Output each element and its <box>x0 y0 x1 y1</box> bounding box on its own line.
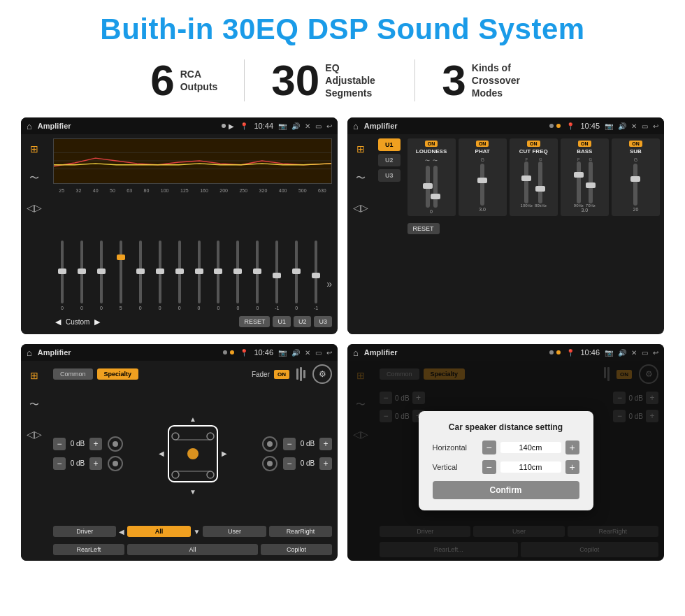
volume-icon: 🔊 <box>291 122 300 130</box>
sidebar-wave-icon[interactable]: 〜 <box>25 169 43 187</box>
cutfreq-slider1[interactable] <box>524 162 528 203</box>
sidebar-wave-icon-2[interactable]: 〜 <box>352 169 370 187</box>
db4-plus-button[interactable]: + <box>319 457 332 470</box>
all-button[interactable]: All <box>127 526 190 537</box>
u3-button[interactable]: U3 <box>378 169 401 182</box>
cutfreq-slider2[interactable] <box>538 162 542 203</box>
phat-on-badge: ON <box>476 141 489 147</box>
eq-prev-button[interactable]: ◀ <box>53 315 63 329</box>
db4-minus-button[interactable]: − <box>283 457 296 470</box>
loudness-thumb2[interactable] <box>431 194 440 199</box>
rear-left-button[interactable]: RearLeft <box>53 544 124 555</box>
u1-button[interactable]: U1 <box>378 138 401 151</box>
slider-8-track[interactable] <box>198 241 201 303</box>
sidebar-speaker-icon-3[interactable]: ◁▷ <box>25 425 43 443</box>
sub-thumb[interactable] <box>630 176 640 182</box>
status-dot-5 <box>230 350 234 354</box>
slider-9-value: 0 <box>217 306 220 310</box>
db2-minus-button[interactable]: − <box>53 457 66 470</box>
rear-right-button[interactable]: RearRight <box>269 526 332 537</box>
db3-plus-button[interactable]: + <box>319 438 332 450</box>
slider-1-track[interactable] <box>61 241 64 303</box>
slider-14-track[interactable] <box>315 241 317 303</box>
slider-6-thumb[interactable] <box>156 268 164 274</box>
slider-10-thumb[interactable] <box>233 268 242 274</box>
bass-slider1[interactable] <box>577 162 581 203</box>
slider-6-track[interactable] <box>159 241 161 303</box>
slider-9-track[interactable] <box>217 241 219 303</box>
eq-u3-button[interactable]: U3 <box>314 316 332 327</box>
slider-11-thumb[interactable] <box>253 268 261 274</box>
copilot-button[interactable]: Copilot <box>261 544 332 555</box>
slider-13-track[interactable] <box>295 241 298 303</box>
sidebar-wave-icon-3[interactable]: 〜 <box>25 396 43 414</box>
eq-more-button[interactable]: » <box>326 278 332 310</box>
db2-plus-button[interactable]: + <box>89 457 102 470</box>
sub-slider[interactable] <box>633 164 637 206</box>
loudness-slider[interactable] <box>426 166 430 208</box>
slider-8-value: 0 <box>198 306 201 310</box>
slider-8-thumb[interactable] <box>195 268 203 274</box>
specialty-tab[interactable]: Specialty <box>97 368 139 380</box>
slider-10: 0 <box>229 241 247 310</box>
db1-minus-button[interactable]: − <box>53 438 66 450</box>
bass-thumb2[interactable] <box>586 182 596 188</box>
slider-4-thumb[interactable] <box>117 255 125 260</box>
dialog-vertical-row: Vertical − 110cm + <box>433 460 579 474</box>
loudness-slider2[interactable] <box>433 166 438 208</box>
slider-12-thumb[interactable] <box>273 273 281 278</box>
sidebar-eq-icon-3[interactable]: ⊞ <box>25 366 43 385</box>
horizontal-minus-button[interactable]: − <box>482 440 496 454</box>
eq-reset-button[interactable]: RESET <box>239 316 270 327</box>
slider-2-track[interactable] <box>80 241 83 303</box>
sidebar-speaker-icon[interactable]: ◁▷ <box>25 199 43 217</box>
slider-13-thumb[interactable] <box>292 268 301 274</box>
slider-14-thumb[interactable] <box>312 273 320 278</box>
user-button[interactable]: User <box>203 526 266 537</box>
fader-settings-icon[interactable]: ⚙ <box>312 364 332 384</box>
all-bottom-button[interactable]: All <box>127 544 259 555</box>
horizontal-value: 140cm <box>500 442 561 453</box>
vertical-plus-button[interactable]: + <box>565 460 579 474</box>
u2-button[interactable]: U2 <box>378 154 401 166</box>
bass-value: 3.0 <box>581 208 588 213</box>
cutfreq-thumb2[interactable] <box>535 186 545 192</box>
slider-12-track[interactable] <box>275 241 278 303</box>
vertical-minus-button[interactable]: − <box>482 460 496 474</box>
sidebar-speaker-icon-2[interactable]: ◁▷ <box>352 199 370 217</box>
db2-value: 0 dB <box>68 459 87 467</box>
freq-630: 630 <box>318 188 326 193</box>
cutfreq-thumb1[interactable] <box>521 176 531 181</box>
eq-u1-button[interactable]: U1 <box>273 316 291 327</box>
camera-icon: 📷 <box>278 122 287 130</box>
slider-1-thumb[interactable] <box>58 268 66 274</box>
slider-3-thumb[interactable] <box>97 268 106 274</box>
phat-thumb[interactable] <box>477 178 487 183</box>
horizontal-plus-button[interactable]: + <box>565 440 579 454</box>
eq-next-button[interactable]: ▶ <box>92 315 102 329</box>
driver-button[interactable]: Driver <box>53 526 116 537</box>
common-tab[interactable]: Common <box>53 368 93 380</box>
slider-2-thumb[interactable] <box>78 268 86 274</box>
db1-plus-button[interactable]: + <box>89 438 102 450</box>
phat-slider[interactable] <box>480 164 484 206</box>
bass-thumb1[interactable] <box>574 172 584 178</box>
slider-11-track[interactable] <box>256 241 259 303</box>
sidebar-eq-icon-2[interactable]: ⊞ <box>352 140 370 158</box>
confirm-button[interactable]: Confirm <box>433 481 579 499</box>
slider-4-track[interactable] <box>120 241 122 303</box>
slider-3-track[interactable] <box>100 241 103 303</box>
eq-u2-button[interactable]: U2 <box>294 316 312 327</box>
slider-7-thumb[interactable] <box>175 268 184 274</box>
slider-10-track[interactable] <box>236 241 239 303</box>
slider-7-track[interactable] <box>178 241 181 303</box>
slider-5-thumb[interactable] <box>136 268 145 274</box>
slider-5-track[interactable] <box>139 241 142 303</box>
sidebar-eq-icon[interactable]: ⊞ <box>25 140 43 158</box>
loudness-col2: 〜 <box>433 157 438 208</box>
loudness-thumb[interactable] <box>423 183 433 189</box>
db3-minus-button[interactable]: − <box>283 438 296 450</box>
crossover-reset-button[interactable]: RESET <box>408 223 440 234</box>
bass-slider2[interactable] <box>589 162 593 203</box>
slider-9-thumb[interactable] <box>214 268 222 274</box>
